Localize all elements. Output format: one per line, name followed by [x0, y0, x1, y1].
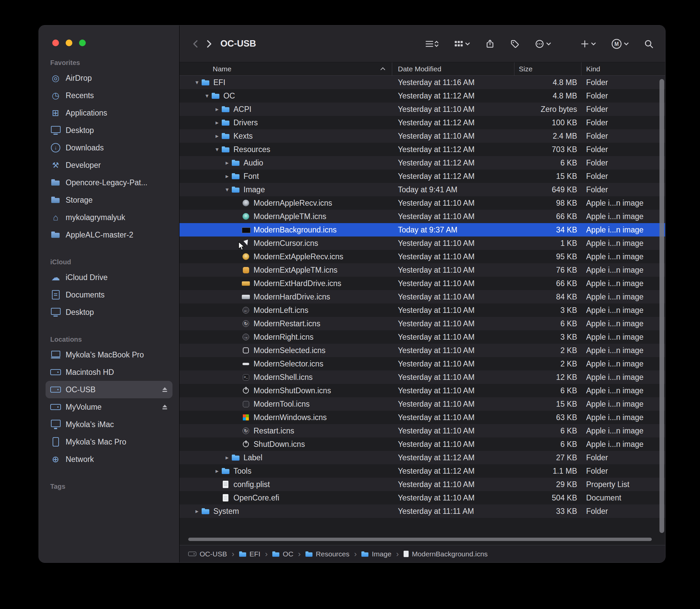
- pathbar-item-oc[interactable]: OC: [272, 550, 293, 558]
- eject-icon[interactable]: [162, 404, 168, 410]
- file-row[interactable]: ▸FontYesterday at 11:12 AM15 KBFolder: [179, 170, 665, 183]
- sidebar-item-applications[interactable]: Applications: [46, 104, 173, 122]
- file-row[interactable]: ModernBackground.icnsToday at 9:37 AM34 …: [179, 223, 665, 237]
- disclosure-triangle[interactable]: ▸: [213, 119, 222, 126]
- eject-icon[interactable]: [162, 387, 168, 393]
- file-row[interactable]: ▸DriversYesterday at 11:12 AM100 KBFolde…: [179, 116, 665, 129]
- file-row[interactable]: ▾ResourcesYesterday at 11:12 AM703 KBFol…: [179, 143, 665, 156]
- file-date-modified: Yesterday at 11:10 AM: [392, 293, 514, 301]
- file-row[interactable]: Restart.icnsYesterday at 11:10 AM6 KBApp…: [179, 424, 665, 437]
- file-row[interactable]: ModernExtHardDrive.icnsYesterday at 11:1…: [179, 277, 665, 290]
- file-row[interactable]: ▸SystemYesterday at 11:11 AM33 KBFolder: [179, 504, 665, 518]
- file-row[interactable]: ModernLeft.icnsYesterday at 11:10 AM3 KB…: [179, 303, 665, 317]
- file-row[interactable]: ModernWindows.icnsYesterday at 11:10 AM6…: [179, 411, 665, 424]
- search-button[interactable]: [642, 37, 655, 50]
- sidebar-item-desktop[interactable]: Desktop: [46, 122, 173, 139]
- pathbar-separator: ›: [232, 550, 234, 558]
- file-row[interactable]: ModernAppleTM.icnsYesterday at 11:10 AM6…: [179, 210, 665, 223]
- minimize-window-button[interactable]: [66, 39, 72, 46]
- disclosure-triangle[interactable]: ▸: [193, 507, 201, 515]
- file-row[interactable]: ModernShutDown.icnsYesterday at 11:10 AM…: [179, 384, 665, 397]
- file-row[interactable]: ▾ImageToday at 9:41 AM649 KBFolder: [179, 183, 665, 196]
- file-row[interactable]: ▸ACPIYesterday at 11:10 AMZero bytesFold…: [179, 103, 665, 116]
- sidebar-item-network[interactable]: Network: [46, 451, 173, 468]
- sidebar-item-downloads[interactable]: Downloads: [46, 139, 173, 156]
- more-actions-button[interactable]: [533, 37, 553, 50]
- folder-icon: [50, 177, 61, 188]
- disclosure-triangle[interactable]: ▸: [213, 467, 222, 475]
- sidebar-item-macintosh-hd[interactable]: Macintosh HD: [46, 363, 173, 381]
- horizontal-scrollbar[interactable]: [188, 538, 652, 541]
- file-row[interactable]: ModernSelected.icnsYesterday at 11:10 AM…: [179, 344, 665, 357]
- sidebar-item-mykola-s-imac[interactable]: Mykola’s iMac: [46, 416, 173, 433]
- sidebar-item-oc-usb[interactable]: OC-USB: [46, 381, 173, 398]
- file-row[interactable]: ▸ToolsYesterday at 11:12 AM1.1 MBFolder: [179, 464, 665, 478]
- file-row[interactable]: ▸LabelYesterday at 11:12 AM27 KBFolder: [179, 451, 665, 464]
- sidebar-item-opencore-legacy-pat[interactable]: Opencore-Legacy-Pat...: [46, 174, 173, 191]
- sidebar-item-storage[interactable]: Storage: [46, 191, 173, 209]
- sidebar-item-recents[interactable]: Recents: [46, 87, 173, 104]
- file-row[interactable]: ▾EFIYesterday at 11:16 AM4.8 MBFolder: [179, 76, 665, 89]
- file-row[interactable]: ModernExtAppleRecv.icnsYesterday at 11:1…: [179, 250, 665, 263]
- sidebar-item-documents[interactable]: Documents: [46, 286, 173, 303]
- sidebar-item-developer[interactable]: Developer: [46, 156, 173, 174]
- file-row[interactable]: ModernHardDrive.icnsYesterday at 11:10 A…: [179, 290, 665, 303]
- disclosure-triangle[interactable]: ▸: [213, 105, 222, 113]
- pathbar-item-oc-usb[interactable]: OC-USB: [188, 550, 227, 558]
- sidebar-item-myvolume[interactable]: MyVolume: [46, 398, 173, 416]
- view-options-button[interactable]: [423, 37, 440, 50]
- sidebar-item-mykola-s-macbook-pro[interactable]: Mykola’s MacBook Pro: [46, 346, 173, 363]
- file-row[interactable]: ShutDown.icnsYesterday at 11:10 AM6 KBAp…: [179, 437, 665, 451]
- file-row[interactable]: ▸KextsYesterday at 11:10 AM2.4 MBFolder: [179, 129, 665, 143]
- file-row[interactable]: ModernCursor.icnsYesterday at 11:10 AM1 …: [179, 237, 665, 250]
- file-row[interactable]: ▸AudioYesterday at 11:12 AM6 KBFolder: [179, 156, 665, 170]
- back-button[interactable]: [190, 37, 202, 50]
- disclosure-triangle[interactable]: ▾: [203, 92, 211, 100]
- forward-button[interactable]: [202, 37, 215, 50]
- pathbar-item-resources[interactable]: Resources: [305, 550, 349, 558]
- new-item-button[interactable]: [579, 38, 597, 50]
- file-kind: Folder: [581, 78, 665, 87]
- vertical-scrollbar[interactable]: [660, 79, 664, 533]
- file-name: ModernShutDown.icns: [253, 386, 331, 395]
- disclosure-triangle[interactable]: ▸: [223, 159, 231, 167]
- pathbar-item-efi[interactable]: EFI: [239, 550, 261, 558]
- sort-ascending-icon: [381, 67, 385, 72]
- group-button[interactable]: [452, 37, 472, 50]
- disclosure-triangle[interactable]: ▾: [193, 79, 201, 86]
- column-header-name[interactable]: Name: [179, 62, 392, 75]
- sidebar-item-mykolagrymalyuk[interactable]: mykolagrymalyuk: [46, 209, 173, 226]
- zoom-window-button[interactable]: [79, 39, 86, 46]
- disclosure-triangle[interactable]: ▾: [213, 146, 222, 153]
- sidebar-item-icloud-drive[interactable]: iCloud Drive: [46, 269, 173, 286]
- file-row[interactable]: ModernShell.icnsYesterday at 11:10 AM12 …: [179, 370, 665, 384]
- account-button[interactable]: M: [610, 37, 630, 51]
- disclosure-triangle[interactable]: ▾: [223, 186, 231, 193]
- file-row[interactable]: config.plistYesterday at 11:10 AM29 KBPr…: [179, 478, 665, 491]
- sidebar-item-applealc-master-2[interactable]: AppleALC-master-2: [46, 226, 173, 244]
- tags-button[interactable]: [508, 37, 521, 50]
- folder-icon: [50, 195, 61, 205]
- file-row[interactable]: ModernAppleRecv.icnsYesterday at 11:10 A…: [179, 196, 665, 210]
- sidebar-item-airdrop[interactable]: AirDrop: [46, 69, 173, 87]
- disclosure-triangle[interactable]: ▸: [213, 132, 222, 140]
- close-window-button[interactable]: [52, 39, 59, 46]
- file-row[interactable]: ModernRight.icnsYesterday at 11:10 AM3 K…: [179, 330, 665, 344]
- file-row[interactable]: OpenCore.efiYesterday at 11:10 AM504 KBD…: [179, 491, 665, 504]
- file-row[interactable]: ModernRestart.icnsYesterday at 11:10 AM6…: [179, 317, 665, 330]
- disclosure-triangle[interactable]: ▸: [223, 173, 231, 180]
- column-header-date-modified[interactable]: Date Modified: [392, 62, 514, 75]
- disclosure-triangle[interactable]: ▸: [223, 454, 231, 461]
- file-row[interactable]: ModernTool.icnsYesterday at 11:10 AM15 K…: [179, 397, 665, 411]
- sidebar-item-desktop[interactable]: Desktop: [46, 303, 173, 321]
- file-row[interactable]: ▾OCYesterday at 11:12 AM4.8 MBFolder: [179, 89, 665, 103]
- column-header-kind[interactable]: Kind: [581, 62, 665, 75]
- file-date-modified: Yesterday at 11:10 AM: [392, 440, 514, 449]
- pathbar-item-image[interactable]: Image: [362, 550, 391, 558]
- sidebar-item-mykola-s-mac-pro[interactable]: Mykola’s Mac Pro: [46, 433, 173, 451]
- share-button[interactable]: [484, 37, 496, 50]
- pathbar-item-modernbackground-icns[interactable]: ModernBackground.icns: [404, 550, 488, 558]
- file-row[interactable]: ModernSelector.icnsYesterday at 11:10 AM…: [179, 357, 665, 370]
- file-row[interactable]: ModernExtAppleTM.icnsYesterday at 11:10 …: [179, 263, 665, 277]
- column-header-size[interactable]: Size: [514, 62, 581, 75]
